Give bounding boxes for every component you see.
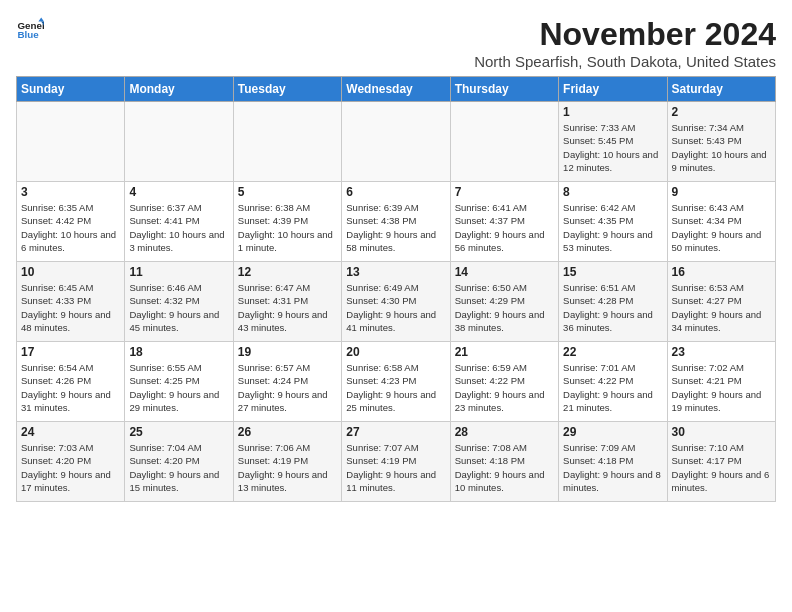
calendar-cell: 5Sunrise: 6:38 AM Sunset: 4:39 PM Daylig… (233, 182, 341, 262)
month-title: November 2024 (474, 16, 776, 53)
calendar-cell (233, 102, 341, 182)
calendar-cell: 12Sunrise: 6:47 AM Sunset: 4:31 PM Dayli… (233, 262, 341, 342)
day-number: 9 (672, 185, 771, 199)
calendar-cell: 15Sunrise: 6:51 AM Sunset: 4:28 PM Dayli… (559, 262, 667, 342)
day-number: 21 (455, 345, 554, 359)
logo: General Blue (16, 16, 44, 44)
day-number: 17 (21, 345, 120, 359)
cell-info: Sunrise: 7:07 AM Sunset: 4:19 PM Dayligh… (346, 441, 445, 494)
location: North Spearfish, South Dakota, United St… (474, 53, 776, 70)
calendar-cell: 10Sunrise: 6:45 AM Sunset: 4:33 PM Dayli… (17, 262, 125, 342)
calendar-cell: 17Sunrise: 6:54 AM Sunset: 4:26 PM Dayli… (17, 342, 125, 422)
day-number: 22 (563, 345, 662, 359)
cell-info: Sunrise: 6:42 AM Sunset: 4:35 PM Dayligh… (563, 201, 662, 254)
calendar-cell: 2Sunrise: 7:34 AM Sunset: 5:43 PM Daylig… (667, 102, 775, 182)
day-number: 27 (346, 425, 445, 439)
cell-info: Sunrise: 7:01 AM Sunset: 4:22 PM Dayligh… (563, 361, 662, 414)
calendar-cell: 27Sunrise: 7:07 AM Sunset: 4:19 PM Dayli… (342, 422, 450, 502)
cell-info: Sunrise: 6:37 AM Sunset: 4:41 PM Dayligh… (129, 201, 228, 254)
cell-info: Sunrise: 7:03 AM Sunset: 4:20 PM Dayligh… (21, 441, 120, 494)
calendar-cell: 25Sunrise: 7:04 AM Sunset: 4:20 PM Dayli… (125, 422, 233, 502)
calendar-cell: 14Sunrise: 6:50 AM Sunset: 4:29 PM Dayli… (450, 262, 558, 342)
day-number: 20 (346, 345, 445, 359)
day-number: 12 (238, 265, 337, 279)
cell-info: Sunrise: 6:59 AM Sunset: 4:22 PM Dayligh… (455, 361, 554, 414)
calendar-day-header: Saturday (667, 77, 775, 102)
calendar-cell: 6Sunrise: 6:39 AM Sunset: 4:38 PM Daylig… (342, 182, 450, 262)
calendar-cell (17, 102, 125, 182)
calendar-cell: 28Sunrise: 7:08 AM Sunset: 4:18 PM Dayli… (450, 422, 558, 502)
logo-icon: General Blue (16, 16, 44, 44)
day-number: 15 (563, 265, 662, 279)
title-block: November 2024 North Spearfish, South Dak… (474, 16, 776, 70)
cell-info: Sunrise: 6:47 AM Sunset: 4:31 PM Dayligh… (238, 281, 337, 334)
calendar-cell: 30Sunrise: 7:10 AM Sunset: 4:17 PM Dayli… (667, 422, 775, 502)
calendar-cell: 26Sunrise: 7:06 AM Sunset: 4:19 PM Dayli… (233, 422, 341, 502)
cell-info: Sunrise: 7:33 AM Sunset: 5:45 PM Dayligh… (563, 121, 662, 174)
calendar-cell: 3Sunrise: 6:35 AM Sunset: 4:42 PM Daylig… (17, 182, 125, 262)
day-number: 28 (455, 425, 554, 439)
day-number: 5 (238, 185, 337, 199)
cell-info: Sunrise: 6:43 AM Sunset: 4:34 PM Dayligh… (672, 201, 771, 254)
cell-info: Sunrise: 7:08 AM Sunset: 4:18 PM Dayligh… (455, 441, 554, 494)
day-number: 19 (238, 345, 337, 359)
cell-info: Sunrise: 6:54 AM Sunset: 4:26 PM Dayligh… (21, 361, 120, 414)
day-number: 10 (21, 265, 120, 279)
day-number: 16 (672, 265, 771, 279)
cell-info: Sunrise: 7:04 AM Sunset: 4:20 PM Dayligh… (129, 441, 228, 494)
calendar-cell: 18Sunrise: 6:55 AM Sunset: 4:25 PM Dayli… (125, 342, 233, 422)
cell-info: Sunrise: 6:57 AM Sunset: 4:24 PM Dayligh… (238, 361, 337, 414)
calendar-cell: 21Sunrise: 6:59 AM Sunset: 4:22 PM Dayli… (450, 342, 558, 422)
calendar-cell (342, 102, 450, 182)
day-number: 7 (455, 185, 554, 199)
cell-info: Sunrise: 6:49 AM Sunset: 4:30 PM Dayligh… (346, 281, 445, 334)
cell-info: Sunrise: 7:02 AM Sunset: 4:21 PM Dayligh… (672, 361, 771, 414)
calendar-day-header: Wednesday (342, 77, 450, 102)
calendar-cell: 19Sunrise: 6:57 AM Sunset: 4:24 PM Dayli… (233, 342, 341, 422)
calendar-cell: 8Sunrise: 6:42 AM Sunset: 4:35 PM Daylig… (559, 182, 667, 262)
day-number: 11 (129, 265, 228, 279)
calendar-day-header: Monday (125, 77, 233, 102)
day-number: 13 (346, 265, 445, 279)
day-number: 8 (563, 185, 662, 199)
calendar-header-row: SundayMondayTuesdayWednesdayThursdayFrid… (17, 77, 776, 102)
svg-text:Blue: Blue (17, 29, 39, 40)
calendar-body: 1Sunrise: 7:33 AM Sunset: 5:45 PM Daylig… (17, 102, 776, 502)
calendar-cell: 23Sunrise: 7:02 AM Sunset: 4:21 PM Dayli… (667, 342, 775, 422)
calendar-cell: 16Sunrise: 6:53 AM Sunset: 4:27 PM Dayli… (667, 262, 775, 342)
cell-info: Sunrise: 6:41 AM Sunset: 4:37 PM Dayligh… (455, 201, 554, 254)
cell-info: Sunrise: 7:06 AM Sunset: 4:19 PM Dayligh… (238, 441, 337, 494)
day-number: 3 (21, 185, 120, 199)
day-number: 1 (563, 105, 662, 119)
cell-info: Sunrise: 7:34 AM Sunset: 5:43 PM Dayligh… (672, 121, 771, 174)
calendar-week-row: 3Sunrise: 6:35 AM Sunset: 4:42 PM Daylig… (17, 182, 776, 262)
calendar-week-row: 17Sunrise: 6:54 AM Sunset: 4:26 PM Dayli… (17, 342, 776, 422)
cell-info: Sunrise: 6:46 AM Sunset: 4:32 PM Dayligh… (129, 281, 228, 334)
calendar-cell (450, 102, 558, 182)
day-number: 4 (129, 185, 228, 199)
calendar-day-header: Thursday (450, 77, 558, 102)
day-number: 29 (563, 425, 662, 439)
day-number: 26 (238, 425, 337, 439)
cell-info: Sunrise: 6:39 AM Sunset: 4:38 PM Dayligh… (346, 201, 445, 254)
cell-info: Sunrise: 6:58 AM Sunset: 4:23 PM Dayligh… (346, 361, 445, 414)
cell-info: Sunrise: 6:55 AM Sunset: 4:25 PM Dayligh… (129, 361, 228, 414)
cell-info: Sunrise: 6:35 AM Sunset: 4:42 PM Dayligh… (21, 201, 120, 254)
day-number: 24 (21, 425, 120, 439)
calendar-cell: 1Sunrise: 7:33 AM Sunset: 5:45 PM Daylig… (559, 102, 667, 182)
calendar-week-row: 10Sunrise: 6:45 AM Sunset: 4:33 PM Dayli… (17, 262, 776, 342)
calendar-cell: 13Sunrise: 6:49 AM Sunset: 4:30 PM Dayli… (342, 262, 450, 342)
calendar-day-header: Tuesday (233, 77, 341, 102)
calendar-day-header: Sunday (17, 77, 125, 102)
cell-info: Sunrise: 6:38 AM Sunset: 4:39 PM Dayligh… (238, 201, 337, 254)
day-number: 6 (346, 185, 445, 199)
calendar-cell: 20Sunrise: 6:58 AM Sunset: 4:23 PM Dayli… (342, 342, 450, 422)
cell-info: Sunrise: 6:51 AM Sunset: 4:28 PM Dayligh… (563, 281, 662, 334)
calendar-week-row: 1Sunrise: 7:33 AM Sunset: 5:45 PM Daylig… (17, 102, 776, 182)
calendar-cell: 7Sunrise: 6:41 AM Sunset: 4:37 PM Daylig… (450, 182, 558, 262)
day-number: 2 (672, 105, 771, 119)
calendar-week-row: 24Sunrise: 7:03 AM Sunset: 4:20 PM Dayli… (17, 422, 776, 502)
cell-info: Sunrise: 6:53 AM Sunset: 4:27 PM Dayligh… (672, 281, 771, 334)
calendar-cell: 9Sunrise: 6:43 AM Sunset: 4:34 PM Daylig… (667, 182, 775, 262)
day-number: 18 (129, 345, 228, 359)
